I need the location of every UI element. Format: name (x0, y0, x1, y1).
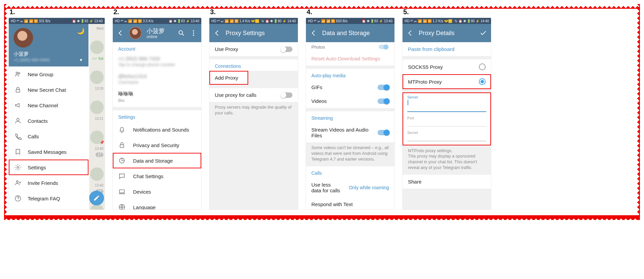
avatar[interactable] (14, 28, 33, 48)
back-icon[interactable] (407, 29, 414, 37)
phone-screen-3: HD ⁴⁶ ₃₆ 📶 📶 🛜 1.4 K/s 🤝🟨ℕ ⏰ ✱ 🔋80 ⚡ 14:… (209, 18, 298, 210)
menu-saved[interactable]: Saved Messages (9, 144, 88, 160)
gear-icon (14, 164, 22, 171)
settings-privacy[interactable]: Privacy and Security (113, 137, 201, 153)
drawer-phone: +1 (000) 000-0000 (14, 57, 84, 62)
compose-fab[interactable] (89, 191, 104, 205)
menu-faq[interactable]: Telegram FAQ (9, 191, 88, 206)
menu-calls[interactable]: Calls (9, 129, 88, 144)
account-dropdown-icon[interactable]: ▼ (79, 58, 83, 62)
svg-rect-16 (120, 190, 125, 193)
bookmark-icon (14, 148, 22, 156)
back-icon[interactable] (213, 29, 221, 37)
respond-text-row[interactable]: Respond with Text (306, 197, 394, 210)
phone-screen-1: HD ⁴⁶ ₃₆ 📶 📶 🛜 331 B/s⏰ ✱ 🔋83 ⚡ 13:40 We… (9, 18, 105, 210)
group-icon (14, 71, 22, 78)
stream-note: Some videos can't be streamed – e.g., al… (306, 142, 394, 166)
bell-icon (118, 126, 126, 133)
menu-settings[interactable]: Settings (9, 160, 88, 175)
svg-point-3 (18, 73, 20, 74)
phone-screen-5: HD ⁴⁶ ₃₆ 📶 📶 🛜 1.2 K/s 🤝🟨ℕ ⏰ ✱ 🔋80 ⚡ 14:… (403, 18, 491, 210)
port-field[interactable]: Port (403, 113, 491, 128)
avatar[interactable] (129, 27, 142, 39)
server-field[interactable]: Server (403, 92, 491, 113)
screen-title: Data and Storage (322, 30, 390, 37)
app-bar: 小菠萝online (113, 24, 201, 42)
phone-screen-2: HD ⁴⁶ ₃₆ 📶 📶 🛜 3.5 K/s⏰ ✱ 🔋83 ⚡ 13:40 小菠… (113, 18, 201, 210)
gifs-toggle[interactable]: GIFs (306, 80, 394, 94)
toggle-on-icon (378, 130, 389, 135)
proxy-fields-group: Server Port Secret (403, 92, 491, 145)
status-bar: HD ⁴⁶ ₃₆ 📶 📶 🛜 1.2 K/s 🤝🟨ℕ ⏰ ✱ 🔋80 ⚡ 14:… (403, 18, 491, 24)
step-number: 3. (210, 8, 216, 16)
videos-toggle[interactable]: Videos (306, 94, 394, 108)
radio-off-icon (479, 63, 486, 70)
add-person-icon (14, 179, 22, 187)
menu-new-secret[interactable]: New Secret Chat (9, 82, 88, 97)
step-number: 4. (307, 8, 312, 16)
menu-new-group[interactable]: New Group (9, 66, 88, 82)
step-4: 4. HD ⁴⁶ ₃₆ 📶 📶 🛜 603 B/s⏰ ✱ 🔋83 ⚡ 13:40… (306, 8, 394, 210)
section-settings: Settings (113, 110, 201, 122)
radio-on-icon (479, 78, 486, 85)
person-icon (14, 117, 22, 124)
share-proxy[interactable]: Share (403, 175, 491, 189)
stream-toggle[interactable]: Stream Videos and Audio Files (306, 123, 394, 142)
step-number: 5. (403, 8, 409, 16)
secret-field[interactable]: Secret (403, 128, 491, 145)
calls-proxy-note: Proxy servers may degrade the quality of… (209, 102, 298, 120)
step-1: 1. HD ⁴⁶ ₃₆ 📶 📶 🛜 331 B/s⏰ ✱ 🔋83 ⚡ 13:40… (9, 8, 105, 210)
menu-contacts[interactable]: Contacts (9, 113, 88, 129)
svg-point-11 (193, 30, 194, 32)
more-icon[interactable] (190, 29, 197, 37)
back-icon[interactable] (310, 29, 317, 37)
search-icon[interactable] (178, 29, 185, 37)
add-proxy-button[interactable]: Add Proxy (209, 71, 248, 85)
menu-new-channel[interactable]: New Channel (9, 97, 88, 113)
photos-row[interactable]: Photos (306, 42, 394, 52)
app-bar: Proxy Details (403, 24, 491, 42)
screen-title: Proxy Details (419, 30, 475, 37)
chat-icon (118, 172, 126, 180)
section-account: Account (113, 42, 201, 54)
status-bar: HD ⁴⁶ ₃₆ 📶 📶 🛜 331 B/s⏰ ✱ 🔋83 ⚡ 13:40 (9, 18, 105, 24)
text-cursor-icon (408, 100, 408, 105)
svg-point-13 (193, 35, 194, 36)
menu-invite[interactable]: Invite Friends (9, 175, 88, 191)
settings-data-storage[interactable]: Data and Storage (113, 153, 201, 168)
svg-rect-4 (16, 89, 20, 92)
section-streaming: Streaming (306, 111, 394, 123)
use-proxy-toggle[interactable]: Use Proxy (209, 42, 298, 56)
settings-notifications[interactable]: Notifications and Sounds (113, 122, 201, 137)
socks5-radio[interactable]: SOCKS5 Proxy (403, 59, 491, 74)
status-bar: HD ⁴⁶ ₃₆ 📶 📶 🛜 3.5 K/s⏰ ✱ 🔋83 ⚡ 13:40 (113, 18, 201, 24)
megaphone-icon (14, 102, 22, 109)
step-number: 1. (9, 8, 15, 16)
use-proxy-calls-toggle[interactable]: Use proxy for calls (209, 88, 298, 102)
lock-icon (14, 86, 22, 93)
nav-drawer: 🌙 小菠萝 +1 (000) 000-0000 ▼ New Group New … (9, 24, 88, 210)
back-icon[interactable] (117, 29, 124, 37)
toggle-on-icon (379, 45, 388, 49)
svg-point-9 (179, 31, 183, 34)
lock-icon (118, 141, 126, 149)
account-username[interactable]: @bolus1314Username (113, 71, 201, 89)
account-phone[interactable]: +1 (502) 966-7333Tap to change phone num… (113, 54, 201, 71)
settings-devices[interactable]: Devices (113, 184, 201, 199)
settings-chat[interactable]: Chat Settings (113, 168, 201, 184)
section-autoplay: Auto-play media (306, 69, 394, 80)
account-bio[interactable]: 咻咻咻Bio (113, 89, 201, 107)
paste-clipboard[interactable]: Paste from clipboard (403, 42, 491, 56)
section-connections: Connections (209, 59, 298, 71)
check-icon[interactable] (480, 29, 487, 37)
less-data-row[interactable]: Use less data for callsOnly while roamin… (306, 178, 394, 197)
toggle-on-icon (378, 99, 389, 104)
toggle-off-icon (281, 47, 292, 52)
status-bar: HD ⁴⁶ ₃₆ 📶 📶 🛜 603 B/s⏰ ✱ 🔋83 ⚡ 13:40 (306, 18, 394, 24)
settings-language[interactable]: Language (113, 199, 201, 210)
night-mode-icon[interactable]: 🌙 (77, 27, 84, 35)
globe-icon (118, 203, 126, 210)
svg-point-12 (193, 32, 194, 34)
reset-auto-download[interactable]: Reset Auto-Download Settings (306, 52, 394, 65)
mtproto-radio[interactable]: MTProto Proxy (403, 74, 491, 89)
